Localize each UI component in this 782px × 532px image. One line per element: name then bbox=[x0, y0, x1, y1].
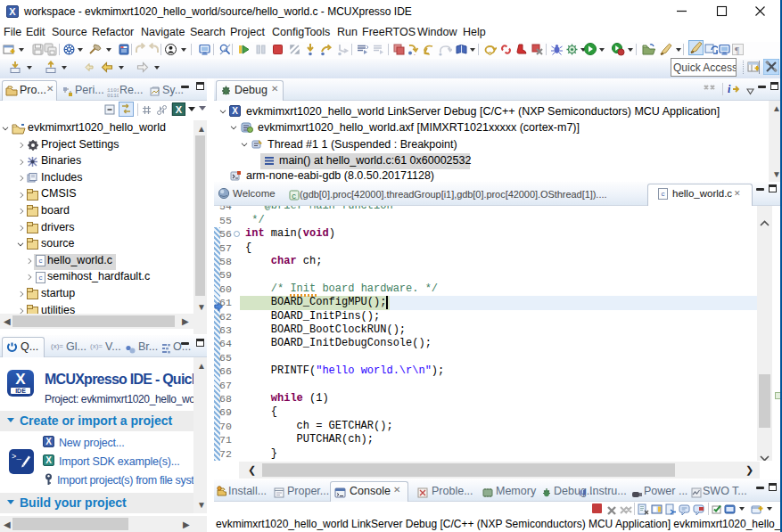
svg-text:c: c bbox=[292, 192, 296, 201]
svg-text:¶: ¶ bbox=[735, 45, 739, 55]
svg-text:i: i bbox=[728, 83, 731, 95]
svg-text:0110: 0110 bbox=[107, 93, 119, 97]
svg-text:.: . bbox=[414, 50, 416, 56]
